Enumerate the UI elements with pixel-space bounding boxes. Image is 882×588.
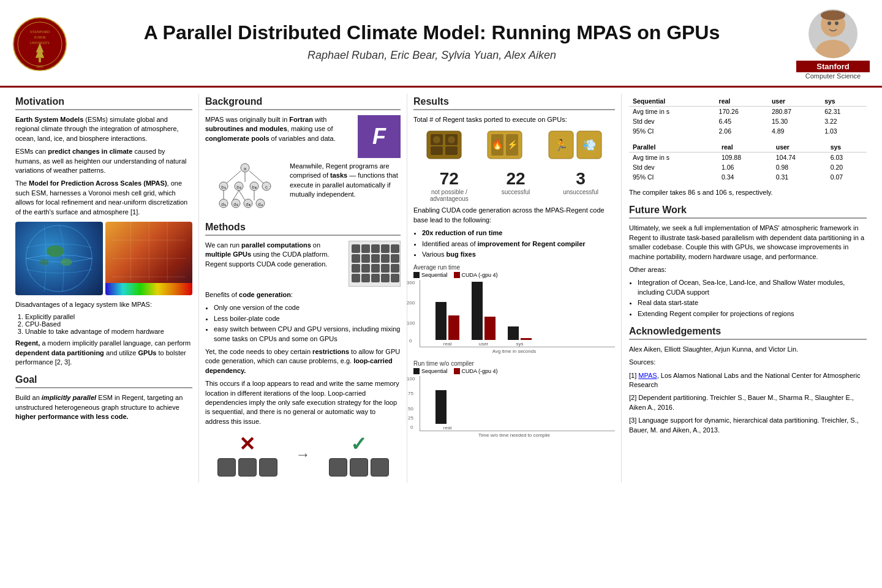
bar-real-cuda xyxy=(448,315,459,340)
svg-rect-7 xyxy=(39,58,41,62)
par-std-sys: 0.20 xyxy=(827,162,867,172)
bar-user-seq xyxy=(472,282,483,340)
svg-point-75 xyxy=(433,136,440,143)
legend-cuda: CUDA (-gpu 4) xyxy=(454,272,498,278)
num-22-label: successful xyxy=(502,189,530,195)
svg-rect-63 xyxy=(381,264,390,273)
bar-real-label: real xyxy=(443,341,451,347)
chart2-title: Run time w/o compiler xyxy=(413,360,615,367)
chart2-legend: Sequential CUDA (-gpu 4) xyxy=(413,368,615,374)
svg-point-16 xyxy=(61,258,72,266)
seq-std-real: 6.45 xyxy=(715,116,768,126)
gpu-group-2: 🔥 ⚡ xyxy=(486,128,523,163)
svg-point-15 xyxy=(47,245,64,257)
person-photo xyxy=(809,9,858,58)
legend-cuda-2: CUDA (-gpu 4) xyxy=(454,368,498,374)
bar-real-group: real xyxy=(435,302,459,347)
legend-seq-label-2: Sequential xyxy=(421,368,448,374)
box-1 xyxy=(217,458,236,477)
seq-real-header: real xyxy=(715,96,768,107)
box-3 xyxy=(259,458,277,477)
seq-avg-row: Avg time in s 170.26 280.87 62.31 xyxy=(629,107,867,117)
svg-text:JUNIOR: JUNIOR xyxy=(34,36,46,39)
svg-rect-50 xyxy=(352,244,360,253)
seq-header-label: Sequential xyxy=(629,96,715,107)
other-label: Other areas: xyxy=(629,265,867,274)
benefit-1: Only one version of the code xyxy=(214,303,401,312)
future-item-3: Extending Regent compiler for projection… xyxy=(638,309,867,318)
y2-25: 25 xyxy=(408,415,413,421)
seq-ci-sys: 1.03 xyxy=(821,126,867,136)
bullet-1-strong: 20x reduction of run time xyxy=(422,229,502,236)
svg-text:1891: 1891 xyxy=(36,64,44,68)
svg-rect-59 xyxy=(391,254,399,263)
num-72-value: 72 xyxy=(430,169,469,189)
globe-images xyxy=(15,222,192,295)
dependent-strong: dependent data partitioning xyxy=(15,349,104,356)
restrictions-text: Yet, the code needs to obey certain rest… xyxy=(205,347,401,375)
par-avg-row: Avg time in s 109.88 104.74 6.03 xyxy=(629,153,867,163)
bug-fixes-strong: bug fixes xyxy=(447,251,476,258)
num-72: 72 not possible /advantageous xyxy=(430,169,469,202)
mpas-link[interactable]: MPAS xyxy=(638,372,657,379)
result-numbers: 72 not possible /advantageous 22 success… xyxy=(413,169,615,202)
svg-rect-55 xyxy=(352,254,360,263)
svg-text:🔥: 🔥 xyxy=(491,138,503,150)
stanford-seal: STANFORD JUNIOR UNIVERSITY 1891 xyxy=(12,17,67,73)
restrictions-strong: restrictions xyxy=(312,348,349,355)
y2-75: 75 xyxy=(408,391,413,396)
par-ci-real: 0.34 xyxy=(718,172,772,182)
bar-sys-label: sys xyxy=(516,341,524,347)
par-stats-table: Parallel real user sys Avg time in s 109… xyxy=(629,142,867,182)
num-72-label: not possible /advantageous xyxy=(430,189,469,202)
loop-text: This occurs if a loop appears to read an… xyxy=(205,379,401,426)
bar-sys-cuda xyxy=(521,338,532,340)
bar2-real-seq xyxy=(435,390,447,424)
svg-rect-53 xyxy=(381,244,390,253)
svg-rect-64 xyxy=(391,264,399,273)
dag-diagram: a b₁ b₂ b₃ c d₁ xyxy=(205,162,285,211)
chart2-bars: 100 75 50 25 0 real xyxy=(420,376,615,431)
seq-avg-label: Avg time in s xyxy=(629,107,715,117)
bullet-1: 20x reduction of run time xyxy=(422,228,615,238)
subroutines-strong: subroutines and modules xyxy=(205,125,287,132)
stanford-dept-label: Computer Science xyxy=(805,72,861,80)
box-4 xyxy=(329,458,347,477)
background-header: Background xyxy=(205,96,401,110)
loop-strong: loop-carried dependency. xyxy=(205,357,393,374)
legend-seq-2: Sequential xyxy=(413,368,448,374)
num-3-label: unsuccessful xyxy=(563,189,598,195)
y2-50: 50 xyxy=(408,406,413,412)
par-real-header: real xyxy=(718,142,772,153)
future-item-2: Real data start-state xyxy=(638,298,867,307)
seq-stats-table: Sequential real user sys Avg time in s 1… xyxy=(629,96,867,136)
par-std-user: 0.98 xyxy=(772,162,827,172)
bar-real-pair xyxy=(435,302,459,340)
svg-rect-62 xyxy=(371,264,380,273)
svg-text:b₂: b₂ xyxy=(236,184,241,190)
par-sys-header: sys xyxy=(827,142,867,153)
multiple-gpus-strong: multiple GPUs xyxy=(205,251,251,258)
chart-avg-run-time: Average run time Sequential CUDA (-gpu 4… xyxy=(413,264,615,354)
par-user-header: user xyxy=(772,142,827,153)
chart2-x-label: Time w/o time needed to compile xyxy=(413,432,615,438)
header-title-block: A Parallel Distributed Climate Model: Ru… xyxy=(67,21,796,67)
y-100: 100 xyxy=(407,320,415,326)
svg-rect-52 xyxy=(371,244,380,253)
legend-cuda-dot xyxy=(454,272,460,278)
svg-rect-69 xyxy=(391,274,399,282)
col-stats: Sequential real user sys Avg time in s 1… xyxy=(622,94,873,483)
bar-user-pair xyxy=(472,282,496,340)
stanford-brand-label: Stanford xyxy=(796,61,870,72)
bullet-3: Various bug fixes xyxy=(422,250,615,259)
bar-sys-pair xyxy=(508,326,532,340)
benefits-list: Only one version of the code Less boiler… xyxy=(214,303,401,344)
par-ci-sys: 0.07 xyxy=(827,172,867,182)
regent-text: Regent, a modern implicitly parallel lan… xyxy=(15,339,192,367)
esm-strong: Earth System Models xyxy=(15,116,83,123)
svg-rect-73 xyxy=(431,146,443,155)
gpus-strong: GPUs xyxy=(138,349,157,356)
seq-avg-user: 280.87 xyxy=(768,107,821,117)
motivation-p3: The Model for Prediction Across Scales (… xyxy=(15,179,192,217)
col-background: Background F MPAS was originally built i… xyxy=(199,94,407,483)
